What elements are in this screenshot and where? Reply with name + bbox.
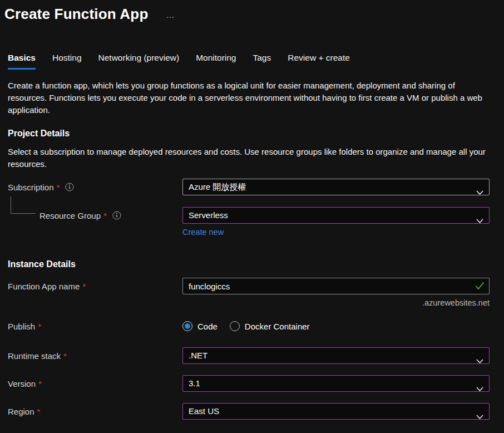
domain-suffix: .azurewebsites.net — [422, 298, 490, 307]
create-new-link[interactable]: Create new — [182, 228, 224, 237]
more-actions-button[interactable]: … — [166, 10, 176, 19]
resource-group-dropdown[interactable]: Serverless — [182, 207, 490, 224]
page-header: Create Function App … — [4, 6, 490, 23]
resource-group-row: Resource Group * Serverless — [8, 207, 490, 224]
chevron-down-icon — [476, 381, 483, 397]
subscription-row: Subscription * Azure 開放授權 — [8, 179, 490, 195]
radio-docker-label: Docker Container — [245, 322, 310, 331]
required-asterisk: * — [38, 379, 42, 388]
version-selected-value: 3.1 — [189, 378, 200, 388]
region-control: East US — [182, 403, 490, 420]
runtime-stack-label-cell: Runtime stack * — [8, 351, 182, 361]
subscription-dropdown[interactable]: Azure 開放授權 — [182, 179, 490, 195]
chevron-down-icon — [476, 185, 483, 200]
function-app-name-input[interactable] — [182, 278, 490, 294]
runtime-stack-row: Runtime stack * .NET — [8, 347, 490, 364]
tab-monitoring[interactable]: Monitoring — [196, 53, 236, 70]
tab-hosting[interactable]: Hosting — [52, 53, 82, 70]
resource-group-control: Serverless — [182, 207, 490, 224]
required-asterisk: * — [103, 211, 107, 220]
region-dropdown[interactable]: East US — [182, 403, 490, 420]
publish-label-cell: Publish * — [8, 322, 182, 331]
required-asterisk: * — [37, 407, 41, 416]
required-asterisk: * — [57, 183, 60, 192]
function-app-name-label-cell: Function App name * — [8, 282, 182, 291]
publish-label: Publish — [8, 322, 35, 331]
resource-group-label-cell: Resource Group * — [8, 211, 182, 220]
function-app-name-control — [182, 278, 490, 294]
version-label: Version — [8, 379, 36, 388]
wizard-tabs: Basics Hosting Networking (preview) Moni… — [8, 53, 490, 70]
radio-unselected-icon — [230, 321, 240, 331]
runtime-stack-dropdown[interactable]: .NET — [182, 347, 490, 364]
intro-text: Create a function app, which lets you gr… — [8, 80, 494, 116]
required-asterisk: * — [63, 351, 67, 361]
radio-selected-icon — [182, 321, 192, 331]
function-app-name-row: Function App name * — [8, 278, 490, 294]
version-dropdown[interactable]: 3.1 — [182, 375, 490, 392]
radio-code-label: Code — [197, 322, 218, 331]
subscription-label: Subscription — [8, 183, 54, 192]
create-new-row: Create new — [182, 227, 490, 237]
chevron-down-icon — [476, 353, 483, 369]
tab-basics[interactable]: Basics — [8, 53, 36, 70]
chevron-down-icon — [476, 213, 483, 229]
version-control: 3.1 — [182, 375, 490, 392]
function-app-name-label: Function App name — [8, 282, 80, 291]
radio-code[interactable]: Code — [182, 321, 218, 331]
resource-group-label: Resource Group — [39, 211, 101, 220]
valid-checkmark-icon — [475, 282, 485, 292]
domain-suffix-row: .azurewebsites.net — [182, 298, 490, 308]
region-row: Region * East US — [8, 403, 490, 420]
subscription-label-cell: Subscription * — [8, 183, 182, 192]
required-asterisk: * — [82, 282, 86, 291]
radio-docker-container[interactable]: Docker Container — [230, 321, 310, 331]
required-asterisk: * — [38, 322, 41, 331]
publish-row: Publish * Code Docker Container — [8, 321, 490, 331]
tree-connector-line — [11, 196, 36, 214]
project-details-description: Select a subscription to manage deployed… — [8, 146, 494, 170]
tab-networking[interactable]: Networking (preview) — [98, 53, 180, 70]
region-label-cell: Region * — [8, 407, 182, 416]
info-icon[interactable] — [112, 211, 121, 220]
tab-review-create[interactable]: Review + create — [288, 53, 350, 70]
create-function-app-page: Create Function App … Basics Hosting Net… — [0, 0, 504, 420]
runtime-stack-selected-value: .NET — [189, 351, 207, 360]
basics-form: Subscription * Azure 開放授權 — [8, 179, 490, 420]
instance-details-heading: Instance Details — [8, 259, 490, 269]
project-details-heading: Project Details — [8, 129, 490, 139]
tab-tags[interactable]: Tags — [253, 53, 271, 70]
subscription-control: Azure 開放授權 — [182, 179, 490, 195]
info-icon[interactable] — [65, 183, 74, 191]
publish-control: Code Docker Container — [182, 321, 490, 331]
publish-radio-group: Code Docker Container — [182, 321, 490, 331]
chevron-down-icon — [476, 409, 483, 425]
region-selected-value: East US — [189, 406, 219, 416]
version-row: Version * 3.1 — [8, 375, 490, 392]
runtime-stack-label: Runtime stack — [8, 351, 61, 361]
resource-group-selected-value: Serverless — [189, 210, 228, 220]
region-label: Region — [8, 407, 34, 416]
version-label-cell: Version * — [8, 379, 182, 388]
runtime-stack-control: .NET — [182, 347, 490, 364]
page-title: Create Function App — [4, 6, 149, 23]
subscription-selected-value: Azure 開放授權 — [189, 182, 246, 191]
